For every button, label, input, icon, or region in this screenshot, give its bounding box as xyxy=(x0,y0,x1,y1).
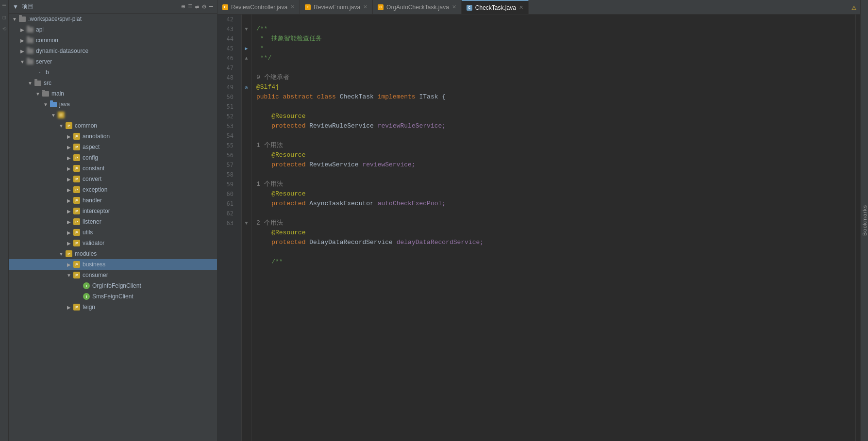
label-modules: modules xyxy=(75,250,97,257)
label-annotation: annotation xyxy=(83,133,110,140)
gutter-63[interactable]: ▼ xyxy=(242,218,251,228)
tree-item-orginfo[interactable]: I OrgInfoFeignClient xyxy=(9,280,217,291)
tree-item-utils[interactable]: ▶ P utils xyxy=(9,227,217,238)
code-token-protected-55: protected xyxy=(271,160,309,170)
code-line-63: /** xyxy=(256,257,855,267)
tree-item-api[interactable]: ▶ api xyxy=(9,24,217,35)
arrow-business: ▶ xyxy=(65,262,73,267)
sidebar-icon-1[interactable]: ☰ xyxy=(0,2,8,10)
tree-item-handler[interactable]: ▶ P handler xyxy=(9,195,217,206)
gutter-43[interactable]: ▼ xyxy=(242,24,251,34)
tree-item-exception[interactable]: ▶ P exception xyxy=(9,184,217,195)
code-line-59 xyxy=(256,209,855,218)
gutter-46[interactable]: ▲ xyxy=(242,53,251,63)
expand-icon[interactable]: ⇌ xyxy=(195,2,199,11)
tree-item-modules[interactable]: ▼ P modules xyxy=(9,248,217,259)
tree-item-b[interactable]: · b xyxy=(9,67,217,78)
locate-icon[interactable]: ⊕ xyxy=(181,2,185,11)
tree-item-workspace[interactable]: ▼ .workspace\spvr-plat xyxy=(9,14,217,24)
tree-item-convert[interactable]: ▶ P convert xyxy=(9,174,217,184)
tree-item-business[interactable]: ▶ P business xyxy=(9,259,217,270)
ln-45: 45 xyxy=(217,44,237,53)
gutter-54 xyxy=(242,131,251,141)
ln-62: 62 xyxy=(217,209,237,218)
code-line-60: @Resource xyxy=(256,228,855,238)
gutter-49[interactable]: ⊙ xyxy=(242,82,251,92)
tree-item-validator[interactable]: ▶ P validator xyxy=(9,238,217,248)
tab-close-check-task[interactable]: ✕ xyxy=(519,4,523,11)
collapse-icon[interactable]: ≡ xyxy=(188,2,192,11)
tab-check-task[interactable]: C CheckTask.java ✕ xyxy=(462,0,529,14)
code-line-47 xyxy=(256,63,855,73)
gutter-56 xyxy=(242,150,251,160)
tab-label-review-controller: ReviewController.java xyxy=(231,4,287,11)
icon-validator: P xyxy=(73,239,81,247)
expand-icon-45[interactable]: ▶ xyxy=(245,46,248,51)
ln-48: 48 xyxy=(217,73,237,82)
tree-item-src[interactable]: ▼ src xyxy=(9,78,217,88)
fold-icon-63[interactable]: ▼ xyxy=(245,221,248,226)
sidebar-icon-3[interactable]: ⟲ xyxy=(0,25,8,33)
tree-item-dynamic[interactable]: ▶ dynamic-datasource xyxy=(9,46,217,56)
tree-item-main[interactable]: ▼ main xyxy=(9,88,217,99)
tab-org-auto-check[interactable]: C OrgAutoCheckTask.java ✕ xyxy=(373,0,462,14)
fold-icon-46[interactable]: ▲ xyxy=(245,56,248,61)
tree-item-listener[interactable]: ▶ P listener xyxy=(9,216,217,227)
code-token-class: class xyxy=(317,92,340,102)
icon-api xyxy=(26,26,34,33)
code-indent xyxy=(256,150,271,160)
code-indent xyxy=(256,189,271,199)
tree-item-feign[interactable]: ▶ P feign xyxy=(9,302,217,312)
tab-close-org-auto-check[interactable]: ✕ xyxy=(452,4,456,10)
tab-close-review-enum[interactable]: ✕ xyxy=(363,4,367,10)
tree-item-interceptor[interactable]: ▶ P interceptor xyxy=(9,206,217,216)
sidebar-icon-2[interactable]: ◫ xyxy=(0,14,8,21)
code-line-61: protected DelayDataRecordService delayDa… xyxy=(256,238,855,247)
fold-icon-43[interactable]: ▼ xyxy=(245,27,248,32)
icon-constant: P xyxy=(73,164,81,172)
gutter-50 xyxy=(242,92,251,102)
code-editor[interactable]: /** * 抽象智能检查任务 * **/ 9 个继承者 @Sl xyxy=(251,15,855,441)
label-src: src xyxy=(44,80,51,86)
gutter-52 xyxy=(242,112,251,121)
arrow-listener: ▶ xyxy=(65,219,73,225)
tree-item-aspect[interactable]: ▶ P aspect xyxy=(9,142,217,152)
code-token: * xyxy=(256,44,264,53)
gutter-42 xyxy=(242,15,251,24)
tab-icon-check-task: C xyxy=(467,5,472,11)
tree-item-java[interactable]: ▼ java xyxy=(9,99,217,110)
label-server: server xyxy=(36,58,52,65)
code-line-45: * xyxy=(256,44,855,53)
arrow-handler: ▶ xyxy=(65,198,73,203)
icon-annotation: P xyxy=(73,132,81,140)
editor-area: C ReviewController.java ✕ E ReviewEnum.j… xyxy=(217,0,860,441)
minimize-icon[interactable]: — xyxy=(209,2,213,11)
ln-46: 46 xyxy=(217,53,237,63)
tree-item-config[interactable]: ▶ P config xyxy=(9,152,217,163)
gutter-60 xyxy=(242,189,251,199)
code-meta-text-57: 1 个用法 xyxy=(256,180,283,189)
breakpoint-icon-49[interactable]: ⊙ xyxy=(245,84,248,91)
tree-item-smsfeign[interactable]: I SmsFeignClient xyxy=(9,291,217,302)
tree-item-common-top[interactable]: ▶ common xyxy=(9,35,217,46)
settings-icon[interactable]: ⚙ xyxy=(202,2,206,11)
gutter-62 xyxy=(242,209,251,218)
tab-review-enum[interactable]: E ReviewEnum.java ✕ xyxy=(300,0,373,14)
tab-close-review-controller[interactable]: ✕ xyxy=(290,4,295,10)
tab-review-controller[interactable]: C ReviewController.java ✕ xyxy=(217,0,300,14)
tree-item-server[interactable]: ▼ server xyxy=(9,56,217,67)
gutter-45[interactable]: ▶ xyxy=(242,44,251,53)
tree-item-consumer[interactable]: ▼ P consumer xyxy=(9,270,217,280)
label-dynamic: dynamic-datasource xyxy=(36,48,88,54)
tree-item-constant[interactable]: ▶ P constant xyxy=(9,163,217,174)
icon-listener: P xyxy=(73,218,81,226)
label-aspect: aspect xyxy=(83,144,100,150)
scrollbar[interactable] xyxy=(855,15,860,441)
icon-src xyxy=(34,79,42,87)
tree-item-annotation[interactable]: ▶ P annotation xyxy=(9,131,217,142)
tree-item-cc[interactable]: ▼ P xyxy=(9,110,217,120)
tree-item-common2[interactable]: ▼ P common xyxy=(9,120,217,131)
label-config: config xyxy=(83,154,98,161)
label-orginfo: OrgInfoFeignClient xyxy=(92,282,141,289)
tab-label-check-task: CheckTask.java xyxy=(475,4,516,11)
